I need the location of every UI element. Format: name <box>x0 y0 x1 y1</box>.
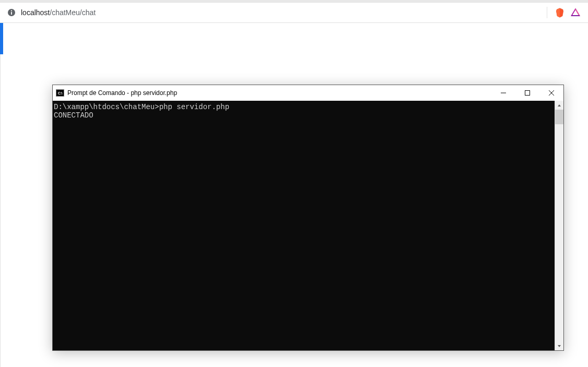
scroll-down-button[interactable] <box>555 341 563 350</box>
cmd-scrollbar[interactable] <box>555 101 563 350</box>
svg-point-2 <box>11 10 12 11</box>
browser-viewport: C:\ Prompt de Comando - php servidor.php… <box>0 23 588 367</box>
cmd-titlebar[interactable]: C:\ Prompt de Comando - php servidor.php <box>53 85 563 101</box>
svg-rect-1 <box>11 12 12 15</box>
cmd-output[interactable]: D:\xampp\htdocs\chatMeu>php servidor.php… <box>53 101 555 350</box>
minimize-button[interactable] <box>491 85 515 101</box>
cmd-body-wrap: D:\xampp\htdocs\chatMeu>php servidor.php… <box>53 101 563 350</box>
maximize-button[interactable] <box>515 85 539 101</box>
extension-triangle-icon[interactable] <box>570 7 581 18</box>
cmd-window-controls <box>491 85 563 101</box>
site-info-icon[interactable] <box>7 8 16 17</box>
browser-address-bar: localhost/chatMeu/chat <box>0 2 588 23</box>
cmd-app-icon: C:\ <box>56 89 64 97</box>
command-prompt-window: C:\ Prompt de Comando - php servidor.php… <box>52 85 564 351</box>
cmd-line: D:\xampp\htdocs\chatMeu>php servidor.php <box>54 103 229 111</box>
url-host: localhost <box>21 8 50 17</box>
cmd-line: CONECTADO <box>54 111 93 120</box>
page-accent-strip <box>0 23 3 54</box>
url-text[interactable]: localhost/chatMeu/chat <box>21 8 547 17</box>
toolbar-right <box>547 7 581 18</box>
brave-shield-icon[interactable] <box>555 7 565 18</box>
page-left-border <box>0 54 1 367</box>
scroll-up-button[interactable] <box>555 101 563 110</box>
cmd-window-title: Prompt de Comando - php servidor.php <box>67 89 491 97</box>
scroll-track[interactable] <box>555 110 563 341</box>
close-button[interactable] <box>539 85 563 101</box>
svg-rect-4 <box>525 91 530 96</box>
url-path: /chatMeu/chat <box>50 8 96 17</box>
scroll-thumb[interactable] <box>555 110 563 124</box>
toolbar-divider <box>547 7 547 18</box>
